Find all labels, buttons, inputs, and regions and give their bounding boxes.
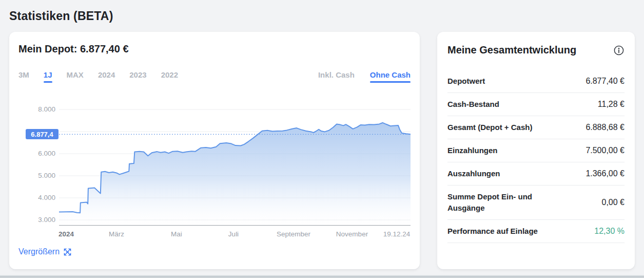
y-axis-label: 4.000 xyxy=(19,194,55,202)
x-axis-label: März xyxy=(109,230,124,238)
row-label: Einzahlungen xyxy=(447,145,498,156)
summary-row-performance-auf-einlage: Performance auf Einlage12,30 % xyxy=(447,220,625,243)
y-axis-label: 3.000 xyxy=(19,216,55,224)
row-value: 6.888,68 € xyxy=(586,123,625,132)
enlarge-label: Vergrößern xyxy=(18,247,60,256)
summary-header: Meine Gesamtentwicklung xyxy=(447,44,625,56)
cash-toggle: Inkl. CashOhne Cash xyxy=(318,70,411,83)
x-axis-label: Mai xyxy=(171,230,182,238)
page-title: Statistiken (BETA) xyxy=(9,9,635,23)
x-axis-label: 2024 xyxy=(58,230,74,238)
y-axis-label: 5.000 xyxy=(19,172,55,180)
cash-tab-inkl-cash[interactable]: Inkl. Cash xyxy=(318,70,355,83)
row-value: 6.877,40 € xyxy=(586,77,625,86)
row-value: 0,00 € xyxy=(602,198,625,207)
row-value: 1.366,00 € xyxy=(586,169,625,178)
content-row: Mein Depot: 6.877,40 € 3M1JMAX2024202320… xyxy=(9,32,635,269)
row-label: Depotwert xyxy=(447,76,485,87)
summary-title: Meine Gesamtentwicklung xyxy=(447,44,576,56)
current-value-badge: 6.877,4 xyxy=(26,129,58,139)
y-axis-label: 8.000 xyxy=(19,105,55,114)
range-tab-1j[interactable]: 1J xyxy=(44,70,52,83)
row-label: Gesamt (Depot + Cash) xyxy=(447,122,532,133)
x-axis-label: September xyxy=(277,230,310,238)
chart-controls: 3M1JMAX202420232022 Inkl. CashOhne Cash xyxy=(18,70,411,83)
summary-row-auszahlungen: Auszahlungen1.366,00 € xyxy=(447,162,625,186)
range-tab-2023[interactable]: 2023 xyxy=(129,70,146,83)
row-label: Summe Depot Ein- und Ausgänge xyxy=(447,191,558,214)
cash-tab-ohne-cash[interactable]: Ohne Cash xyxy=(370,70,411,83)
summary-card: Meine Gesamtentwicklung Depotwert6.877,4… xyxy=(437,32,635,269)
depot-card: Mein Depot: 6.877,40 € 3M1JMAX2024202320… xyxy=(9,32,420,269)
row-value: 11,28 € xyxy=(598,100,625,109)
y-axis-label: 6.000 xyxy=(19,150,55,158)
x-axis-label: Juli xyxy=(228,230,239,238)
summary-row-summe-depot-ein-und-ausg-nge: Summe Depot Ein- und Ausgänge0,00 € xyxy=(447,186,625,220)
row-value: 12,30 % xyxy=(594,227,625,236)
row-label: Performance auf Einlage xyxy=(447,226,538,237)
range-tab-2024[interactable]: 2024 xyxy=(98,70,115,83)
range-tab-max[interactable]: MAX xyxy=(67,70,84,83)
row-value: 7.500,00 € xyxy=(586,146,625,155)
enlarge-link[interactable]: Vergrößern xyxy=(18,247,72,256)
range-tab-2022[interactable]: 2022 xyxy=(161,70,178,83)
row-label: Cash-Bestand xyxy=(447,99,499,110)
expand-icon xyxy=(63,248,72,256)
info-icon[interactable] xyxy=(613,45,625,56)
summary-row-einzahlungen: Einzahlungen7.500,00 € xyxy=(447,139,625,162)
window-bottom-edge xyxy=(0,275,644,278)
range-tab-3m[interactable]: 3M xyxy=(18,70,29,83)
summary-row-depotwert: Depotwert6.877,40 € xyxy=(447,70,625,93)
depot-title: Mein Depot: 6.877,40 € xyxy=(18,43,411,55)
range-tabs: 3M1JMAX202420232022 xyxy=(18,70,178,83)
statistics-page: Statistiken (BETA) Mein Depot: 6.877,40 … xyxy=(0,0,644,269)
summary-table: Depotwert6.877,40 €Cash-Bestand11,28 €Ge… xyxy=(447,70,625,243)
x-axis-label: November xyxy=(336,230,368,238)
x-axis-label: 19.12.24 xyxy=(383,230,411,238)
row-label: Auszahlungen xyxy=(447,168,500,179)
summary-row-gesamt-depot-cash: Gesamt (Depot + Cash)6.888,68 € xyxy=(447,116,625,139)
summary-row-cash-bestand: Cash-Bestand11,28 € xyxy=(447,93,625,116)
depot-chart[interactable]: 8.0007.0006.0005.0004.0003.0002024MärzMa… xyxy=(59,98,411,226)
